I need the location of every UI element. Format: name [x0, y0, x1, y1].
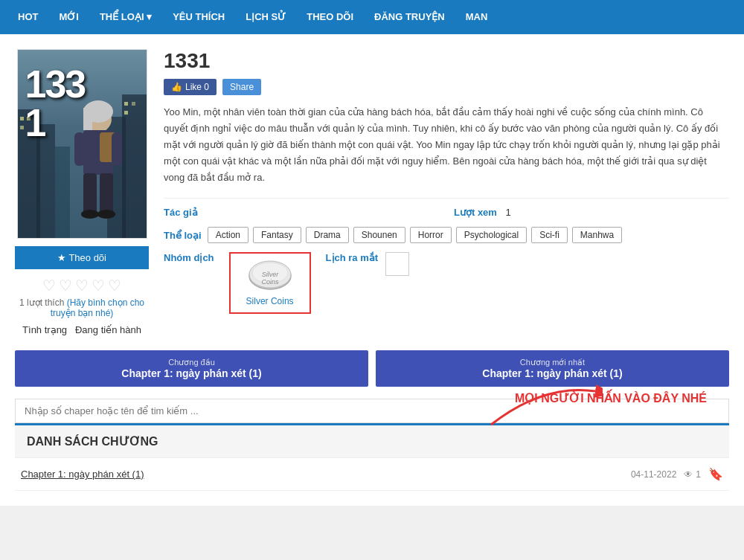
manga-cover: 1331	[17, 49, 147, 239]
tinh-trang-value: Đang tiến hành	[75, 324, 141, 335]
svg-rect-18	[83, 173, 97, 214]
fb-like-label: Like 0	[185, 82, 209, 92]
genre-tag[interactable]: Psychological	[456, 227, 527, 243]
likes-count: 1 lượt thích	[19, 297, 64, 308]
star-3[interactable]: ♡	[75, 277, 89, 295]
meta-row: Tác giả Lượt xem 1	[164, 198, 729, 218]
coins-svg: Silver Coins	[244, 260, 296, 293]
chapter-first-button[interactable]: Chương đầu Chapter 1: ngày phán xét (1)	[15, 350, 368, 387]
nav-man[interactable]: MAN	[455, 0, 498, 34]
genre-tags: ActionFantasyDramaShounenHorrorPsycholog…	[208, 227, 623, 243]
star-1[interactable]: ♡	[42, 277, 56, 295]
svg-point-20	[81, 210, 99, 219]
fb-like-button[interactable]: 👍 Like 0	[164, 79, 217, 95]
author-label: Tác giả	[164, 207, 198, 218]
genre-tag[interactable]: Action	[208, 227, 248, 243]
lich-ra-mat-label: Lịch ra mắt	[326, 252, 379, 263]
likes-cta[interactable]: (Hãy bình chọn cho truyện bạn nhé)	[51, 297, 144, 318]
svg-rect-7	[20, 126, 24, 129]
nhom-dich-label: Nhóm dịch	[164, 252, 214, 263]
svg-rect-19	[100, 173, 113, 214]
social-row: 👍 Like 0 Share	[164, 79, 729, 95]
manga-info: 1331 👍 Like 0 Share Yoo Min, một nhân vi…	[164, 49, 729, 335]
svg-rect-17	[112, 132, 122, 166]
nav-moi[interactable]: MỚI	[48, 0, 89, 34]
search-chapter-input[interactable]	[15, 399, 729, 423]
chapter-buttons-row: Chương đầu Chapter 1: ngày phán xét (1) …	[15, 350, 729, 387]
chapter-latest-name: Chapter 1: ngày phán xét (1)	[388, 367, 717, 379]
chapter-latest-label: Chương mới nhất	[388, 358, 717, 367]
manga-description: Yoo Min, một nhân viên toàn thời gian củ…	[164, 104, 729, 186]
stars-row: ♡ ♡ ♡ ♡ ♡	[42, 277, 121, 295]
manga-title: 1331	[164, 49, 729, 73]
theo-doi-button[interactable]: ★ Theo dõi	[15, 246, 149, 269]
svg-text:Silver: Silver	[261, 271, 279, 278]
genre-tag[interactable]: Fantasy	[253, 227, 301, 243]
genre-tag[interactable]: Manhwa	[572, 227, 622, 243]
chapter-name[interactable]: Chapter 1: ngày phán xét (1)	[21, 469, 144, 480]
nav-theodoi[interactable]: THEO DÕI	[296, 0, 364, 34]
annotation-area: MỌI NGƯỜI NHẤN VÀO ĐÂY NHÉ	[15, 399, 729, 423]
star-5[interactable]: ♡	[108, 277, 121, 295]
star-4[interactable]: ♡	[92, 277, 105, 295]
share-button[interactable]: Share	[222, 79, 261, 95]
character-silhouette	[61, 97, 135, 238]
views-count: 1	[696, 469, 701, 480]
chapter-first-name: Chapter 1: ngày phán xét (1)	[27, 367, 356, 379]
nav-dangtruyen[interactable]: ĐĂNG TRUYỆN	[364, 0, 455, 34]
nav-yeuthich[interactable]: YÊU THÍCH	[162, 0, 235, 34]
views-label: Lượt xem	[454, 207, 497, 218]
genre-tag[interactable]: Horror	[410, 227, 452, 243]
eye-icon: 👁	[684, 469, 693, 480]
author-col: Tác giả	[164, 206, 439, 218]
likes-text: 1 lượt thích (Hãy bình chọn cho truyện b…	[15, 297, 149, 318]
svg-point-21	[97, 210, 115, 219]
tinh-trang-row: Tình trạng Đang tiến hành	[22, 324, 141, 335]
like-icon: 👍	[171, 82, 182, 92]
silver-coins-logo: Silver Coins	[244, 260, 296, 293]
chapter-meta: 04-11-2022 👁 1 🔖	[631, 467, 723, 481]
nav-lichsu[interactable]: LỊCH SỬ	[235, 0, 296, 34]
chapter-views: 👁 1	[684, 469, 701, 480]
genre-tag[interactable]: Sci-fi	[531, 227, 568, 243]
views-col: Lượt xem 1	[454, 206, 729, 218]
genre-section: Thể loại ActionFantasyDramaShounenHorror…	[164, 227, 729, 243]
svg-rect-5	[20, 117, 24, 120]
nhom-dich-content: Silver Coins Silver Coins	[229, 252, 311, 314]
genre-tag[interactable]: Shounen	[353, 227, 405, 243]
tinh-trang-label: Tình trạng	[22, 324, 67, 335]
bookmark-icon[interactable]: 🔖	[708, 467, 723, 481]
svg-rect-16	[74, 132, 85, 166]
manga-cover-col: 1331	[15, 49, 149, 335]
chapter-date: 04-11-2022	[631, 469, 676, 480]
lich-ra-mat-col: Lịch ra mắt	[326, 252, 729, 276]
silver-coins-name: Silver Coins	[240, 296, 301, 306]
navbar: HOT MỚI THỂ LOẠI ▾ YÊU THÍCH LỊCH SỬ THE…	[0, 0, 744, 34]
chapter-latest-button[interactable]: Chương mới nhất Chapter 1: ngày phán xét…	[376, 350, 729, 387]
nav-hot[interactable]: HOT	[7, 0, 48, 34]
chapter-first-label: Chương đầu	[27, 358, 356, 367]
chapter-list: Chapter 1: ngày phán xét (1) 04-11-2022 …	[15, 457, 729, 491]
views-value: 1	[506, 207, 511, 218]
main-container: 1331	[0, 34, 744, 506]
svg-rect-13	[83, 108, 92, 130]
silver-coins-box[interactable]: Silver Coins Silver Coins	[229, 252, 311, 314]
chapter-item: Chapter 1: ngày phán xét (1) 04-11-2022 …	[15, 458, 729, 491]
svg-text:Coins: Coins	[261, 278, 279, 286]
lich-ra-mat-box	[385, 252, 409, 276]
nav-theloai[interactable]: THỂ LOẠI ▾	[89, 0, 162, 34]
genre-tag[interactable]: Drama	[306, 227, 349, 243]
star-2[interactable]: ♡	[59, 277, 72, 295]
nhom-dich-row: Nhóm dịch Silver Coins	[164, 252, 729, 314]
genre-label: Thể loại	[164, 230, 202, 241]
manga-top: 1331	[15, 49, 729, 335]
chapter-list-header: DANH SÁCH CHƯƠNG	[15, 423, 729, 457]
